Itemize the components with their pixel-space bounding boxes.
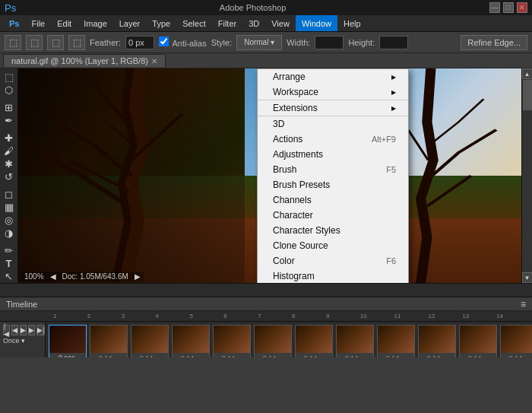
menu-type[interactable]: Type [146,15,176,31]
feather-input[interactable] [125,36,154,49]
tool-history-brush[interactable]: ↺ [2,171,17,183]
frame-4-duration[interactable]: 0.14 ▼ [181,354,201,357]
menu-channels[interactable]: Channels [258,192,408,208]
doc-tab-label: natural.gif @ 100% (Layer 1, RGB/8) [11,56,148,65]
menu-3d[interactable]: 3D [258,116,408,132]
height-input[interactable] [379,36,408,49]
frame-1[interactable]: 0 sec. 0.14 ▼ [49,325,87,357]
tool-type[interactable]: T [2,258,17,269]
timeline-menu-icon[interactable]: ≡ [521,299,526,310]
nav-prev[interactable]: ◀ [50,272,56,281]
tool-path-select[interactable]: ↖ [2,271,17,282]
menu-histogram[interactable]: Histogram [258,268,408,283]
menu-extensions[interactable]: Extensions [258,100,408,116]
refine-edge-button[interactable]: Refine Edge... [461,35,527,50]
frame-9-duration[interactable]: 0.14 ▼ [386,354,406,357]
maximize-button[interactable]: □ [503,2,514,13]
loop-arrow[interactable]: ▾ [21,337,25,345]
frame-11-duration[interactable]: 0.14 ▼ [468,354,488,357]
menu-clone-source[interactable]: Clone Source [258,238,408,253]
timeline-panel: Timeline ≡ 1 2 3 4 5 6 7 8 9 10 11 12 13… [0,297,532,357]
frame-5-thumb [214,326,250,353]
play-next-button[interactable]: ▶ [28,325,35,335]
tool-blur[interactable]: ◎ [2,214,17,226]
menu-actions[interactable]: Actions Alt+F9 [258,132,408,147]
scroll-up-button[interactable]: ▲ [522,68,533,79]
menu-3d[interactable]: 3D [242,15,265,31]
frame-5[interactable]: 0.14 ▼ [213,325,251,357]
width-input[interactable] [315,36,344,49]
ruler-mark: 3 [120,313,154,319]
menu-brush-presets[interactable]: Brush Presets [258,177,408,192]
menu-image[interactable]: Image [78,15,113,31]
ruler-mark: 10 [359,313,393,319]
minimize-button[interactable]: — [489,2,500,13]
frame-11[interactable]: 0.14 ▼ [459,325,497,357]
tool-selection[interactable]: ⬚ [2,71,17,83]
frame-7-duration[interactable]: 0.14 ▼ [304,354,324,357]
ruler-mark: 7 [256,313,290,319]
options-icon-2[interactable]: ⬚ [26,35,43,50]
menu-filter[interactable]: Filter [212,15,242,31]
menu-layer[interactable]: Layer [113,15,147,31]
frame-8-duration[interactable]: 0.14 ▼ [345,354,365,357]
menu-arrange[interactable]: Arrange [258,69,408,84]
frame-12-duration[interactable]: 0.14 ▼ [509,354,529,357]
frame-5-duration[interactable]: 0.14 ▼ [222,354,242,357]
frame-12-thumb [501,326,532,353]
frame-2[interactable]: 0.14 ▼ [90,325,128,357]
frame-3-duration[interactable]: 0.14 ▼ [140,354,160,357]
go-to-first-button[interactable]: |◀ [3,325,10,335]
menu-help[interactable]: Help [337,15,367,31]
menu-edit[interactable]: Edit [51,15,78,31]
menu-ps[interactable]: Ps [3,15,25,31]
play-button[interactable]: ▶ [20,325,27,335]
play-prev-button[interactable]: ◀ [11,325,18,335]
document-tab[interactable]: natural.gif @ 100% (Layer 1, RGB/8) ✕ [3,54,166,67]
tool-lasso[interactable]: ⬡ [2,84,17,96]
frame-3[interactable]: 0.14 ▼ [131,325,169,357]
close-button[interactable]: ✕ [517,2,527,13]
options-icon-3[interactable]: ⬚ [47,35,64,50]
tool-eraser[interactable]: ◻ [2,189,17,200]
frame-7[interactable]: 0.14 ▼ [295,325,333,357]
frame-8[interactable]: 0.14 ▼ [336,325,374,357]
tool-clone[interactable]: ✱ [2,158,17,170]
menu-color[interactable]: Color F6 [258,253,408,268]
frame-4[interactable]: 0.14 ▼ [172,325,210,357]
scroll-down-button[interactable]: ▼ [522,272,533,283]
menu-character-styles[interactable]: Character Styles [258,223,408,238]
tool-crop[interactable]: ⊞ [2,102,17,113]
frame-12[interactable]: 0.14 ▼ [500,325,532,357]
tool-brush[interactable]: 🖌 [2,145,17,157]
tool-pen[interactable]: ✏ [2,245,17,256]
frame-6-duration[interactable]: 0.14 ▼ [263,354,283,357]
style-selector[interactable]: Normal ▾ [236,35,282,50]
options-icon-1[interactable]: ⬚ [5,35,21,50]
menu-workspace[interactable]: Workspace [258,84,408,100]
tool-dodge[interactable]: ◑ [2,227,17,239]
menu-brush[interactable]: Brush F5 [258,162,408,177]
menu-view[interactable]: View [265,15,296,31]
tool-heal[interactable]: ✚ [2,132,17,144]
tool-eyedropper[interactable]: ✒ [2,115,17,126]
scroll-thumb[interactable] [523,80,532,110]
doc-tab-close[interactable]: ✕ [151,57,157,65]
frame-2-duration[interactable]: 0.14 ▼ [99,354,119,357]
frame-6[interactable]: 0.14 ▼ [254,325,292,357]
menu-select[interactable]: Select [176,15,212,31]
menu-window[interactable]: Window [296,15,337,31]
scroll-track[interactable] [522,79,533,272]
anti-alias-checkbox[interactable] [159,37,169,46]
menu-character[interactable]: Character [258,208,408,223]
go-to-last-button[interactable]: ▶| [36,325,45,335]
tool-gradient[interactable]: ▦ [2,202,17,213]
frame-10-duration[interactable]: 0.14 ▼ [427,354,447,357]
frame-10[interactable]: 0.14 ▼ [418,325,456,357]
options-icon-4[interactable]: ⬚ [68,35,85,50]
menu-file[interactable]: File [25,15,51,31]
nav-next[interactable]: ▶ [135,272,141,281]
menu-adjustments[interactable]: Adjustments [258,147,408,162]
window-controls: — □ ✕ [489,2,527,13]
frame-9[interactable]: 0.14 ▼ [377,325,415,357]
